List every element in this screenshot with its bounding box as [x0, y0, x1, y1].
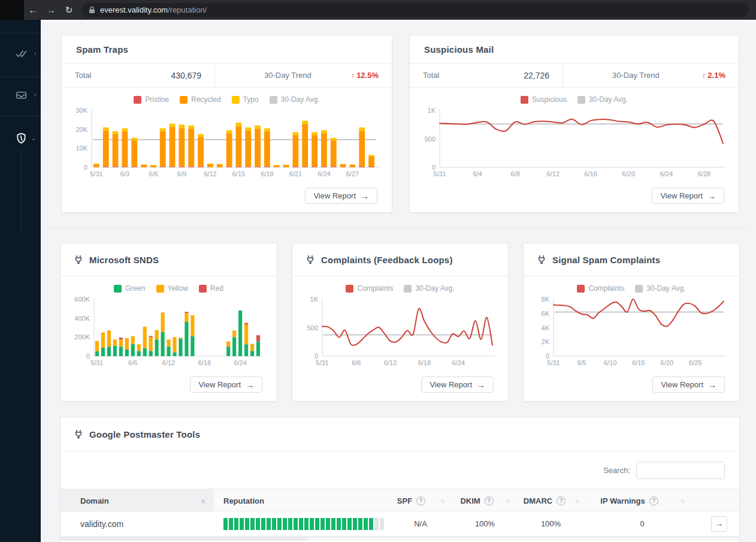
- view-report-button[interactable]: View Report→: [652, 188, 724, 204]
- reputation-segment: [358, 518, 362, 530]
- svg-text:6/18: 6/18: [418, 359, 431, 366]
- reputation-segment: [299, 518, 303, 530]
- column-header-ip-warnings[interactable]: IP Warnings ? ↑↓: [585, 489, 699, 512]
- url-bar[interactable]: everest.validity.com/reputation/: [81, 3, 749, 17]
- legend-swatch: [114, 285, 122, 293]
- arrow-right-icon: →: [361, 191, 369, 201]
- column-header-dkim[interactable]: DKIM ? ↑↓: [453, 489, 516, 512]
- dmarc-cell: 100%: [516, 519, 585, 528]
- table-row[interactable]: validity.com N/A 100% 100% 0 →: [61, 511, 739, 537]
- reputation-segment: [364, 518, 368, 530]
- svg-text:8K: 8K: [542, 296, 550, 303]
- trend-stat: 30-Day Trend ↑12.5%: [215, 64, 392, 87]
- actions-cell: →: [699, 516, 739, 532]
- chevron-left-icon[interactable]: ‹: [34, 50, 37, 57]
- svg-text:6/24: 6/24: [452, 359, 464, 366]
- help-icon[interactable]: ?: [649, 496, 658, 505]
- arrow-right-icon: →: [246, 380, 254, 390]
- reputation-segment: [223, 518, 228, 530]
- reputation-segment: [294, 518, 298, 530]
- microsoft-snds-chart: GreenYellowRed 0200K400K600K5/316/66/126…: [61, 276, 277, 368]
- help-icon[interactable]: ?: [485, 496, 494, 505]
- card-header: Spam Traps: [62, 35, 392, 64]
- legend-item: Suspicious: [521, 95, 567, 104]
- browser-back-icon[interactable]: ←: [24, 5, 42, 15]
- reputation-segment: [234, 518, 238, 530]
- sort-icon[interactable]: ↑↓: [201, 498, 204, 504]
- legend-item: 30-Day Avg.: [635, 284, 685, 293]
- browser-forward-icon[interactable]: →: [42, 5, 60, 15]
- svg-text:5/31: 5/31: [547, 359, 560, 366]
- column-header-spf[interactable]: SPF ? ↑↓: [388, 489, 453, 512]
- chart-plot: 05001K5/316/46/86/126/166/206/246/28: [416, 106, 730, 179]
- domain-cell: validity.com: [61, 519, 214, 529]
- reputation-segment: [245, 518, 249, 530]
- column-header-dmarc[interactable]: DMARC ? ↑↓: [516, 489, 585, 512]
- svg-text:4K: 4K: [542, 324, 550, 332]
- browser-reload-icon[interactable]: ↻: [60, 5, 78, 16]
- help-icon[interactable]: ?: [416, 496, 425, 505]
- reputation-segment: [380, 518, 384, 530]
- search-label: Search:: [603, 466, 630, 475]
- card-header: Signal Spam Complaints: [524, 243, 739, 276]
- reputation-segment: [283, 518, 287, 530]
- legend-swatch: [232, 96, 240, 104]
- reputation-segment: [229, 518, 233, 530]
- sort-icon[interactable]: ↑↓: [681, 498, 684, 504]
- browser-corner: [0, 0, 24, 20]
- card-title: Spam Traps: [76, 44, 128, 55]
- sort-icon[interactable]: ↑↓: [506, 498, 510, 504]
- svg-text:6/21: 6/21: [289, 170, 302, 177]
- card-title: Signal Spam Complaints: [552, 255, 660, 265]
- search-input[interactable]: [636, 462, 725, 479]
- reputation-cell: [214, 518, 388, 530]
- arrow-up-icon: ↑: [702, 71, 706, 80]
- help-icon[interactable]: ?: [557, 496, 566, 505]
- sidebar-item-approvals[interactable]: ‹: [0, 41, 41, 65]
- reputation-segment: [256, 518, 260, 530]
- sidebar-item-inbox[interactable]: ‹: [0, 83, 41, 107]
- svg-text:400K: 400K: [74, 315, 90, 322]
- ip-warnings-cell: 0: [585, 519, 699, 528]
- column-header-domain[interactable]: Domain ↑↓: [61, 489, 214, 512]
- sort-icon[interactable]: ↑↓: [440, 498, 444, 504]
- chart-legend: PristineRecycledTypo30-Day Avg.: [62, 94, 392, 105]
- reputation-bar: [223, 518, 384, 530]
- view-report-button[interactable]: View Report→: [305, 188, 377, 204]
- svg-text:6/24: 6/24: [234, 359, 246, 366]
- spam-traps-card: Spam Traps Total 430,679 30-Day Trend ↑1…: [61, 35, 392, 213]
- view-report-button[interactable]: View Report→: [190, 377, 262, 393]
- svg-text:6/5: 6/5: [577, 359, 586, 366]
- plug-icon: [74, 255, 83, 264]
- svg-text:500: 500: [425, 136, 436, 143]
- chart-plot: 05001K5/316/66/126/186/24: [298, 295, 500, 368]
- sort-icon[interactable]: ↑↓: [574, 498, 578, 504]
- legend-swatch: [270, 96, 277, 104]
- svg-text:6/15: 6/15: [632, 359, 645, 366]
- legend-swatch: [346, 285, 353, 293]
- svg-text:600K: 600K: [74, 296, 90, 303]
- signal-spam-chart: Complaints30-Day Avg. 02K4K6K8K5/316/56/…: [524, 276, 739, 368]
- total-label: Total: [423, 71, 439, 80]
- view-report-button[interactable]: View Report→: [652, 377, 725, 393]
- table-search-row: Search:: [61, 451, 739, 489]
- view-report-button[interactable]: View Report→: [421, 377, 494, 393]
- reputation-segment: [326, 518, 330, 530]
- reputation-segment: [310, 518, 314, 530]
- legend-item: Typo: [232, 95, 259, 104]
- legend-swatch: [635, 285, 643, 293]
- sidebar-item-reputation[interactable]: ⌄: [0, 126, 41, 150]
- svg-text:6/9: 6/9: [177, 170, 186, 177]
- legend-item: Complaints: [577, 284, 624, 293]
- chevron-left-icon[interactable]: ‹: [34, 91, 37, 98]
- partial-next-row: [61, 537, 739, 541]
- reputation-segment: [240, 518, 244, 530]
- partial-row-shade: [307, 537, 739, 541]
- row-detail-button[interactable]: →: [711, 516, 727, 532]
- svg-text:6/24: 6/24: [660, 170, 673, 177]
- table-header-row: Domain ↑↓ Reputation SPF ? ↑↓ DKIM ? ↑↓: [61, 489, 739, 511]
- svg-text:6/6: 6/6: [149, 170, 158, 177]
- chevron-down-icon[interactable]: ⌄: [31, 134, 37, 141]
- inbox-tray-icon: [14, 88, 28, 101]
- legend-swatch: [180, 96, 188, 104]
